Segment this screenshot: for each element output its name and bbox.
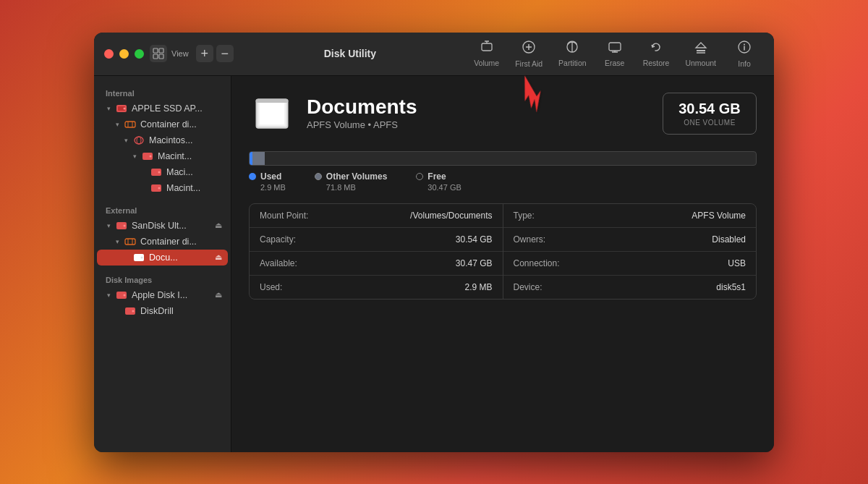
volume-header: Documents APFS Volume • APFS 30.54 GB ON… <box>249 90 757 137</box>
maximize-button[interactable] <box>135 49 144 59</box>
titlebar: View + − Disk Utility Volume <box>94 33 774 76</box>
partition-icon <box>565 41 579 57</box>
restore-icon <box>649 41 663 57</box>
disk-icon <box>114 220 129 232</box>
view-label[interactable]: View <box>171 49 189 58</box>
first-aid-button[interactable]: First Aid <box>508 37 550 71</box>
sidebar-section-external: External <box>94 202 231 218</box>
volume-icon <box>132 135 146 146</box>
sidebar-label-container-2: Container di... <box>140 237 222 247</box>
eject-icon: ⏏ <box>215 290 222 300</box>
sidebar-label-macint-1: Macint... <box>158 151 222 161</box>
erase-label: Erase <box>605 59 624 67</box>
info-key: Type: <box>503 204 623 228</box>
sidebar: Internal ▾ APPLE SSD AP... ▾ <box>94 76 231 452</box>
svg-point-40 <box>141 256 143 258</box>
info-label: Info <box>738 59 751 68</box>
sidebar-item-macint-1[interactable]: ▾ Macint... <box>97 148 228 164</box>
chevron-icon: ▾ <box>103 222 114 229</box>
chevron-icon: ▾ <box>111 121 123 128</box>
erase-button[interactable]: Erase <box>595 38 634 70</box>
eject-icon: ⏏ <box>215 252 222 262</box>
sidebar-item-diskdrill[interactable]: ▾ DiskDrill <box>97 303 228 319</box>
erase-icon <box>608 41 622 57</box>
volume-size-box: 30.54 GB ONE VOLUME <box>663 93 757 135</box>
chevron-icon: ▾ <box>103 105 114 112</box>
volume-size-label: ONE VOLUME <box>676 119 743 127</box>
legend-used-value: 2.9 MB <box>260 183 286 192</box>
svg-point-27 <box>137 137 141 144</box>
view-toggle[interactable] <box>150 45 167 62</box>
usage-legend: Used 2.9 MB Other Volumes 71.8 MB <box>249 171 757 192</box>
restore-button[interactable]: Restore <box>636 38 677 70</box>
info-value: /Volumes/Documents <box>352 204 503 228</box>
remove-button[interactable]: − <box>216 45 234 62</box>
table-row: Device: disk5s1 <box>503 275 757 299</box>
container-icon <box>123 236 137 247</box>
sidebar-label-apple-ssd: APPLE SSD AP... <box>132 103 222 114</box>
traffic-lights <box>104 49 144 59</box>
chevron-icon: ▾ <box>103 292 114 299</box>
container-icon <box>123 119 137 130</box>
partition-button[interactable]: Partition <box>551 38 594 70</box>
info-value: 30.47 GB <box>352 251 503 275</box>
unmount-button[interactable]: Unmount <box>678 38 723 70</box>
toolbar-right: Volume First Aid <box>467 37 764 71</box>
close-button[interactable] <box>104 49 114 59</box>
minimize-button[interactable] <box>119 49 129 59</box>
sidebar-label-macintos: Macintos... <box>149 135 222 145</box>
chevron-icon: ▾ <box>120 137 132 144</box>
volume-button[interactable]: Volume <box>467 38 506 70</box>
legend-free: Free 30.47 GB <box>416 171 461 192</box>
info-value: APFS Volume <box>623 204 756 228</box>
legend-dot-other <box>315 173 322 180</box>
eject-icon: ⏏ <box>215 221 222 230</box>
legend-dot-used <box>249 173 256 180</box>
sidebar-item-maci[interactable]: ▾ Maci... <box>97 164 228 180</box>
svg-point-19 <box>744 43 745 45</box>
disk-icon <box>114 103 129 114</box>
info-button[interactable]: Info <box>725 37 764 71</box>
sidebar-label-maci: Maci... <box>166 167 222 177</box>
sidebar-item-apple-disk[interactable]: ▾ Apple Disk I... ⏏ <box>97 287 228 303</box>
restore-label: Restore <box>643 59 670 67</box>
first-aid-icon <box>522 40 536 58</box>
app-title: Disk Utility <box>239 48 461 59</box>
disk-icon <box>132 252 146 263</box>
sidebar-item-container-1[interactable]: ▾ Container di... <box>97 116 228 132</box>
usage-segment-free <box>265 152 756 165</box>
svg-rect-1 <box>159 48 163 53</box>
info-key: Available: <box>250 251 352 275</box>
volume-icon <box>480 41 494 57</box>
info-value: USB <box>623 251 756 275</box>
sidebar-item-macintos[interactable]: ▾ Macintos... <box>97 132 228 148</box>
chevron-icon: ▾ <box>129 153 140 160</box>
sidebar-item-apple-ssd[interactable]: ▾ APPLE SSD AP... <box>97 101 228 116</box>
svg-rect-0 <box>153 48 158 53</box>
sidebar-item-sandisk[interactable]: ▾ SanDisk Ult... ⏏ <box>97 218 228 234</box>
sidebar-item-container-2[interactable]: ▾ Container di... <box>97 234 228 250</box>
unmount-label: Unmount <box>685 59 716 67</box>
svg-rect-48 <box>260 103 284 124</box>
usage-bar-container: Used 2.9 MB Other Volumes 71.8 MB <box>249 151 757 192</box>
sidebar-item-macint-2[interactable]: ▾ Macint... <box>97 180 228 196</box>
sidebar-label-diskdrill: DiskDrill <box>140 306 222 316</box>
svg-point-31 <box>158 171 161 173</box>
svg-point-22 <box>124 107 126 109</box>
info-key: Device: <box>503 275 623 299</box>
svg-point-29 <box>150 155 152 157</box>
info-icon <box>737 40 752 58</box>
info-table-container: Mount Point: /Volumes/Documents Capacity… <box>249 203 757 300</box>
main-layout: Internal ▾ APPLE SSD AP... ▾ <box>94 76 774 452</box>
sidebar-item-docu[interactable]: ▾ Docu... ⏏ <box>97 250 228 266</box>
add-button[interactable]: + <box>196 45 213 62</box>
svg-point-42 <box>124 294 126 296</box>
table-row: Mount Point: /Volumes/Documents <box>250 204 503 228</box>
disk-icon <box>114 289 129 301</box>
toolbar-left: View + − <box>150 45 234 62</box>
svg-rect-49 <box>256 98 289 103</box>
legend-used: Used 2.9 MB <box>249 171 286 192</box>
table-row: Connection: USB <box>503 251 757 275</box>
svg-point-26 <box>135 137 143 144</box>
disk-icon <box>140 150 155 162</box>
